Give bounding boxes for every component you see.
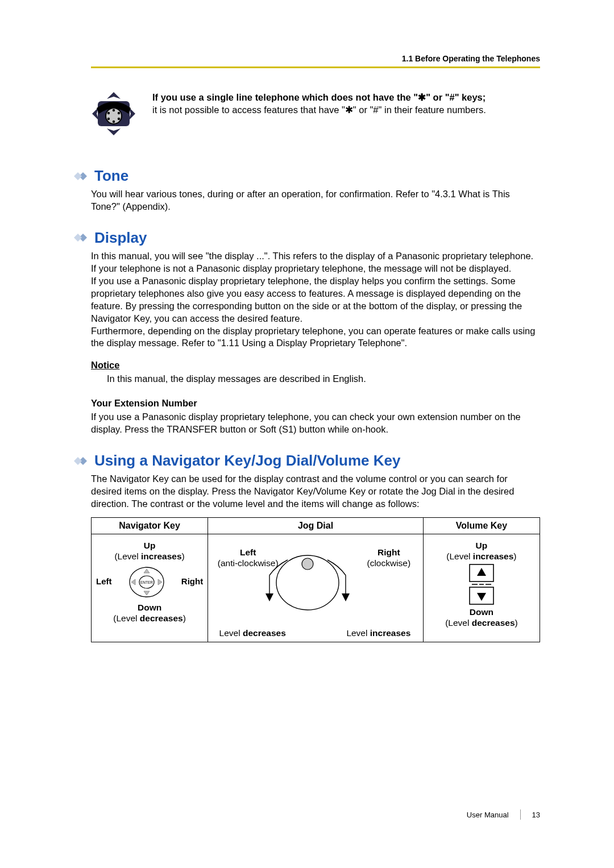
- svg-marker-30: [342, 593, 350, 601]
- table-header-navigator: Navigator Key: [92, 518, 208, 534]
- svg-marker-17: [74, 457, 82, 465]
- svg-marker-28: [265, 593, 273, 601]
- navigator-key-cell: Up (Level increases) Left ENTER: [92, 534, 208, 632]
- table-header-volume: Volume Key: [423, 518, 540, 534]
- display-para3: Furthermore, depending on the display pr…: [91, 326, 535, 348]
- footer-page: 13: [532, 811, 540, 819]
- svg-point-7: [118, 112, 120, 114]
- tone-heading: Tone: [94, 167, 128, 185]
- svg-marker-15: [74, 234, 82, 242]
- volume-key-icon: [462, 562, 501, 607]
- svg-marker-1: [107, 128, 121, 135]
- svg-text:ENTER: ENTER: [140, 580, 153, 584]
- display-para2: If you use a Panasonic display proprieta…: [91, 276, 522, 323]
- extension-number-body: If you use a Panasonic display proprieta…: [91, 411, 540, 436]
- svg-marker-13: [74, 172, 82, 180]
- section-bullet-icon: [74, 455, 91, 467]
- jog-dial-icon: [208, 540, 407, 614]
- single-line-phone-note: If you use a single line telephone which…: [91, 91, 540, 139]
- svg-point-26: [302, 558, 313, 570]
- section-bullet-icon: [74, 231, 91, 244]
- svg-marker-22: [144, 591, 150, 595]
- svg-point-9: [113, 121, 115, 123]
- jog-dial-cell: Left(anti-clockwise) Right(clockwise): [208, 534, 423, 642]
- svg-point-8: [118, 118, 120, 120]
- notice-label: Notice: [91, 360, 540, 371]
- table-header-jogdial: Jog Dial: [208, 518, 424, 534]
- key-table: Navigator Key Jog Dial Volume Key Up (Le…: [91, 517, 540, 642]
- navigator-heading: Using a Navigator Key/Jog Dial/Volume Ke…: [94, 452, 400, 470]
- extension-number-label: Your Extension Number: [91, 398, 540, 409]
- tone-body: You will hear various tones, during or a…: [91, 188, 540, 213]
- header-section: 1.1 Before Operating the Telephones: [91, 54, 540, 68]
- volume-key-cell: Up (Level increases) Down (Level decreas…: [424, 534, 540, 637]
- svg-point-6: [113, 109, 115, 111]
- section-bullet-icon: [74, 170, 91, 182]
- svg-marker-0: [107, 92, 121, 99]
- display-para1: In this manual, you will see "the displa…: [91, 251, 533, 273]
- svg-marker-32: [477, 568, 486, 576]
- svg-point-11: [107, 112, 110, 114]
- display-heading: Display: [94, 229, 147, 247]
- navigator-key-icon: ENTER: [126, 566, 167, 599]
- navigator-intro: The Navigator Key can be used for the di…: [91, 473, 540, 510]
- note-bold-line: If you use a single line telephone which…: [152, 92, 486, 102]
- svg-marker-24: [158, 579, 162, 585]
- svg-point-10: [107, 118, 110, 120]
- svg-marker-37: [477, 593, 486, 601]
- rotary-phone-icon: [91, 91, 136, 139]
- svg-marker-23: [131, 579, 135, 585]
- footer-label: User Manual: [467, 811, 509, 819]
- footer: User Manual 13: [467, 809, 540, 820]
- notice-body: In this manual, the display messages are…: [107, 373, 540, 385]
- note-body-line: it is not possible to access features th…: [152, 105, 486, 115]
- svg-marker-21: [144, 569, 150, 573]
